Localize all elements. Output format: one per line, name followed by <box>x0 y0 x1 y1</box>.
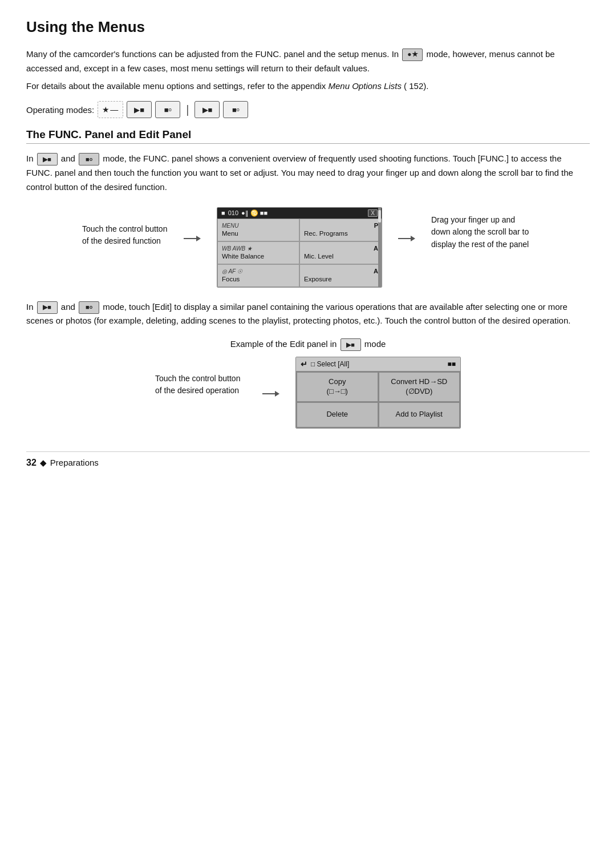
func-panel-diagram: Touch the control button of the desired … <box>26 207 590 288</box>
func-panel-topbar: ■ 010 ●‖ ♋ ■■ X <box>217 208 382 219</box>
topbar-icons: ■ 010 ●‖ ♋ ■■ <box>221 209 268 217</box>
topbar-counter: 010 <box>228 209 238 216</box>
topbar-rec-icon: ■ <box>221 209 225 216</box>
func-panel-right-label: Drag your finger up and down along the s… <box>431 207 534 251</box>
section-mode-icon-video: ▶■ <box>37 153 58 165</box>
arrow-line-left <box>184 238 196 239</box>
right-arrow-connector <box>398 207 415 241</box>
section-mode-icon-cam: ■o <box>79 153 99 165</box>
func-cell-focus-main: Focus <box>222 275 295 284</box>
edit-cell-add-playlist[interactable]: Add to Playlist <box>379 402 460 427</box>
func-cell-rec-programs-main: Rec. Programs <box>304 229 377 238</box>
edit-arrow-head-left <box>275 391 279 397</box>
func-cell-exposure: A Exposure <box>299 264 382 287</box>
func-cell-menu-top: MENU <box>222 222 295 229</box>
scroll-thumb <box>378 210 381 223</box>
edit-panel-screen: ↵ □ Select [All] ■■ Copy (□→□) Convert H… <box>295 357 461 429</box>
edit-back-icon: ↵ <box>301 360 307 369</box>
footer-page-number: 32 <box>26 458 37 468</box>
edit-cell-delete[interactable]: Delete <box>297 402 378 427</box>
func-cell-mic-level-val: A <box>374 244 378 252</box>
footer-bullet: ◆ <box>40 458 47 468</box>
operating-modes-row: Operating modes: ★— ▶■ ■o | ▶■ ■o <box>26 101 590 118</box>
func-cell-wb-top: WB AWB ★ <box>222 245 295 252</box>
footer-label: Preparations <box>50 458 99 467</box>
func-cell-rec-programs: P Rec. Programs <box>299 219 382 241</box>
edit-cell-convert-hd[interactable]: Convert HD→SD (∅DVD) <box>379 372 460 402</box>
mode-icon-camera2: ■o <box>223 101 248 118</box>
func-panel-screen: ■ 010 ●‖ ♋ ■■ X MENU Menu P Rec. Program… <box>217 207 382 288</box>
func-cell-exposure-val: A <box>374 267 378 275</box>
edit-topbar-left: ↵ □ Select [All] <box>301 360 349 369</box>
edit-left-arrow-connector <box>262 357 279 397</box>
arrow-head-right <box>411 236 415 241</box>
footer-row: 32 ◆ Preparations <box>26 451 590 468</box>
func-cell-focus: ◎ AF ☉ Focus <box>217 264 299 287</box>
func-cell-menu: MENU Menu <box>217 219 299 241</box>
mode-icon-star: ★— <box>98 101 123 118</box>
mode-icon-video1: ▶■ <box>127 101 152 118</box>
page-title: Using the Menus <box>26 18 590 37</box>
edit-panel-topbar: ↵ □ Select [All] ■■ <box>296 357 460 372</box>
mode-icon-play1: ▶■ <box>194 101 220 118</box>
edit-cell-copy[interactable]: Copy (□→□) <box>297 372 378 402</box>
func-cell-mic-level-main: Mic. Level <box>304 252 377 261</box>
left-arrow-connector <box>184 207 201 241</box>
scroll-indicator <box>378 208 381 287</box>
edit-panel-diagram: Touch the control button of the desired … <box>26 357 590 429</box>
arrow-line-right <box>398 238 411 239</box>
func-cell-menu-main: Menu <box>222 229 295 238</box>
edit-arrow-line-left <box>262 393 275 394</box>
edit-panel-section: In ▶■ and ■o mode, touch [Edit] to displ… <box>26 300 590 329</box>
edit-topbar-icon: ■■ <box>448 360 456 368</box>
operating-modes-label: Operating modes: <box>26 105 94 115</box>
edit-section-mode-icon-play: ▶■ <box>37 301 58 314</box>
func-cell-mic-level: A Mic. Level <box>299 241 382 264</box>
func-panel-intro-text: In ▶■ and ■o mode, the FUNC. panel shows… <box>26 152 590 194</box>
intro-paragraph-1: Many of the camcorder's functions can be… <box>26 47 590 76</box>
edit-select-all-label: □ Select [All] <box>311 360 349 368</box>
edit-example-mode-icon: ▶■ <box>341 338 361 351</box>
topbar-status-icons: ●‖ ♋ ■■ <box>241 209 268 217</box>
intro-paragraph-2: For details about the available menu opt… <box>26 79 590 94</box>
edit-panel-grid: Copy (□→□) Convert HD→SD (∅DVD) Delete A… <box>296 372 460 428</box>
movie-mode-inline-icon: ●★ <box>402 49 423 61</box>
func-cell-wb: WB AWB ★ White Balance <box>217 241 299 264</box>
func-panel-grid: MENU Menu P Rec. Programs WB AWB ★ White… <box>217 219 382 287</box>
func-panel-left-label: Touch the control button of the desired … <box>82 207 168 247</box>
edit-panel-intro-text: In ▶■ and ■o mode, touch [Edit] to displ… <box>26 300 590 329</box>
arrow-head-left <box>196 236 201 241</box>
topbar-close-button[interactable]: X <box>368 209 378 217</box>
func-cell-exposure-main: Exposure <box>304 275 377 284</box>
func-cell-wb-main: White Balance <box>222 252 295 261</box>
mode-icon-camera1: ■o <box>155 101 180 118</box>
edit-panel-left-label: Touch the control button of the desired … <box>155 357 246 397</box>
section-title-func-panel: The FUNC. Panel and Edit Panel <box>26 128 590 144</box>
func-cell-focus-top: ◎ AF ☉ <box>222 268 295 275</box>
mode-divider: | <box>186 103 189 116</box>
edit-panel-example-label: Example of the Edit panel in ▶■ mode <box>26 338 590 351</box>
func-cell-rec-programs-val: P <box>374 221 378 229</box>
edit-section-mode-icon-cam: ■o <box>79 301 99 314</box>
